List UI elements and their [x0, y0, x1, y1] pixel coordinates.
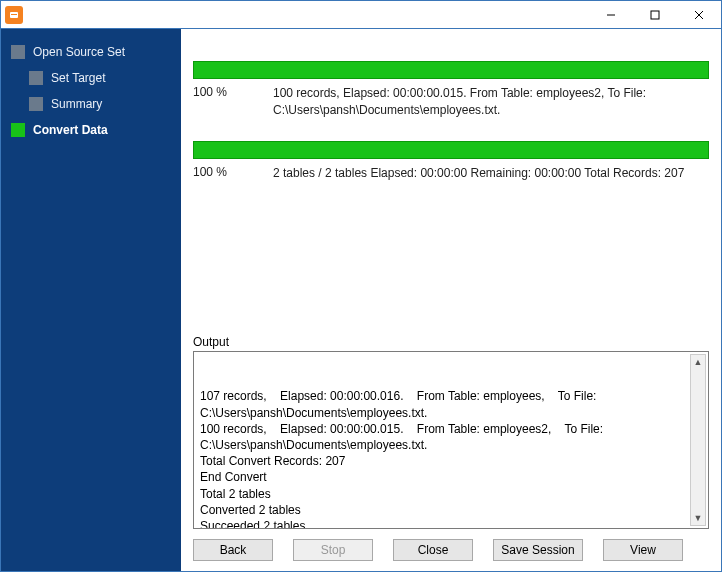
progress-block-total: 100 % 2 tables / 2 tables Elapsed: 00:00… [193, 141, 709, 182]
scroll-up-icon[interactable]: ▲ [694, 355, 703, 369]
progress-block-table: 100 % 100 records, Elapsed: 00:00:00.015… [193, 61, 709, 119]
output-label: Output [193, 335, 709, 349]
step-indicator-icon [11, 45, 25, 59]
output-line: 107 records, Elapsed: 00:00:00.016. From… [200, 388, 684, 420]
minimize-button[interactable] [589, 1, 633, 28]
output-line: Total 2 tables [200, 486, 684, 502]
step-label: Summary [51, 97, 102, 111]
content-pane: 100 % 100 records, Elapsed: 00:00:00.015… [179, 29, 721, 571]
output-scrollbar[interactable]: ▲ ▼ [690, 354, 706, 526]
step-indicator-icon [29, 71, 43, 85]
view-button[interactable]: View [603, 539, 683, 561]
svg-rect-1 [11, 14, 17, 15]
close-icon [694, 10, 704, 20]
titlebar [1, 1, 721, 29]
wizard-sidebar: Open Source SetSet TargetSummaryConvert … [1, 29, 179, 571]
svg-rect-3 [651, 11, 659, 19]
wizard-step-set-target[interactable]: Set Target [1, 65, 179, 91]
progress-bar-total [193, 141, 709, 159]
progress-percent-total: 100 % [193, 165, 253, 182]
stop-button: Stop [293, 539, 373, 561]
app-icon [5, 6, 23, 24]
save-session-button[interactable]: Save Session [493, 539, 583, 561]
output-textarea[interactable]: 107 records, Elapsed: 00:00:00.016. From… [193, 351, 709, 529]
maximize-icon [650, 10, 660, 20]
maximize-button[interactable] [633, 1, 677, 28]
close-window-button[interactable] [677, 1, 721, 28]
button-row: Back Stop Close Save Session View [193, 529, 709, 561]
wizard-step-convert-data[interactable]: Convert Data [1, 117, 179, 143]
output-line: Total Convert Records: 207 [200, 453, 684, 469]
step-indicator-icon [29, 97, 43, 111]
step-label: Open Source Set [33, 45, 125, 59]
back-button[interactable]: Back [193, 539, 273, 561]
step-label: Convert Data [33, 123, 108, 137]
close-button[interactable]: Close [393, 539, 473, 561]
progress-percent-table: 100 % [193, 85, 253, 119]
scroll-down-icon[interactable]: ▼ [694, 511, 703, 525]
minimize-icon [606, 10, 616, 20]
output-line: 100 records, Elapsed: 00:00:00.015. From… [200, 421, 684, 453]
step-label: Set Target [51, 71, 105, 85]
wizard-step-summary[interactable]: Summary [1, 91, 179, 117]
output-line: End Convert [200, 469, 684, 485]
wizard-step-open-source-set[interactable]: Open Source Set [1, 39, 179, 65]
progress-bar-table [193, 61, 709, 79]
window-controls [589, 1, 721, 28]
output-line: Succeeded 2 tables [200, 518, 684, 529]
output-line: Converted 2 tables [200, 502, 684, 518]
step-indicator-icon [11, 123, 25, 137]
progress-detail-table: 100 records, Elapsed: 00:00:00.015. From… [273, 85, 709, 119]
progress-detail-total: 2 tables / 2 tables Elapsed: 00:00:00 Re… [273, 165, 709, 182]
